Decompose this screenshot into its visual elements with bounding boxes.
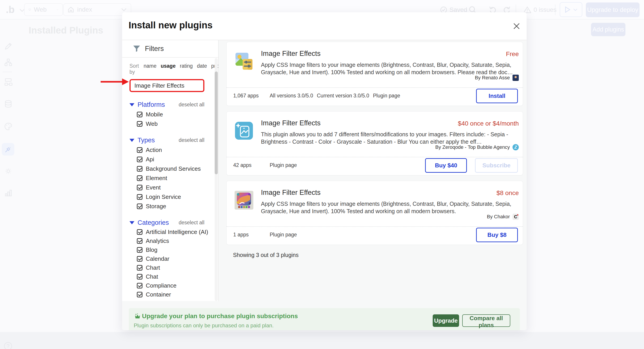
page-selector: index xyxy=(63,3,131,16)
group-header-types[interactable]: Types xyxy=(130,136,155,144)
filter-item-element[interactable]: Element xyxy=(130,175,204,181)
filter-item-artificial-intelligence[interactable]: Artificial Intelligence (AI) xyxy=(130,229,204,235)
stat-current-version: Current version 3.0/5.0 xyxy=(317,93,373,99)
annotation-arrow-icon xyxy=(100,77,129,86)
filter-item-api[interactable]: Api xyxy=(130,156,204,163)
filter-item-action[interactable]: Action xyxy=(130,147,204,153)
sort-option-date[interactable]: date xyxy=(197,63,207,69)
checkbox-checked-icon[interactable] xyxy=(137,204,142,209)
checkbox-checked-icon[interactable] xyxy=(137,229,142,235)
filters-heading: Filters xyxy=(145,45,164,53)
checkbox-checked-icon[interactable] xyxy=(137,185,142,190)
chevron-down-icon xyxy=(573,8,578,11)
checkbox-checked-icon[interactable] xyxy=(137,238,142,244)
plugin-author: By Renato Asse xyxy=(475,75,510,81)
filters-heading-row: Filters xyxy=(122,40,218,58)
search-annotation-box xyxy=(130,79,204,92)
plugin-description: Apply CSS Image filters to your image el… xyxy=(261,61,520,76)
compare-all-plans-button[interactable]: Compare all plans xyxy=(462,314,510,327)
bubble-logo: .b xyxy=(6,4,14,15)
plugin-results-panel: Image Filter Effects Free Apply CSS Imag… xyxy=(218,40,526,301)
modal-footer: Upgrade your plan to purchase plugin sub… xyxy=(122,301,526,330)
plugin-stats-row: 1,067 apps All versions 3.0/5.0 Current … xyxy=(233,93,400,99)
author-avatar xyxy=(512,75,519,81)
plugin-page-link[interactable]: Plugin page xyxy=(270,232,297,238)
stat-apps: 1 apps xyxy=(233,232,270,238)
sort-option-name[interactable]: name xyxy=(144,63,156,69)
add-plugins-button: Add plugins xyxy=(591,23,626,36)
rail-divider xyxy=(3,72,12,72)
checkbox-checked-icon[interactable] xyxy=(137,265,142,271)
checkbox-checked-icon[interactable] xyxy=(137,175,142,181)
filter-item-container[interactable]: Container xyxy=(130,291,204,298)
left-icon-rail: ? U xyxy=(0,19,15,349)
checkbox-checked-icon[interactable] xyxy=(137,292,142,297)
checkbox-checked-icon[interactable] xyxy=(137,283,142,289)
issues-indicator: 0 issues xyxy=(523,0,556,19)
plugin-icon xyxy=(4,145,12,153)
buy-button[interactable]: Buy $8 xyxy=(476,228,518,242)
funnel-icon xyxy=(133,45,140,52)
checkbox-checked-icon[interactable] xyxy=(137,256,142,262)
plugin-price: $40 once or $4/month xyxy=(458,120,519,127)
image-filter-teal-icon xyxy=(234,121,253,140)
filter-item-web[interactable]: Web xyxy=(130,120,204,127)
filter-item-analytics[interactable]: Analytics xyxy=(130,238,204,244)
plugin-author-row: By Renato Asse xyxy=(475,75,519,81)
checkbox-checked-icon[interactable] xyxy=(137,112,142,117)
upgrade-to-deploy-button: Upgrade to deploy xyxy=(586,2,640,17)
filter-group-types: Types deselect all Action Api Background… xyxy=(130,136,204,210)
plugin-stats-row: 42 apps Plugin page xyxy=(233,162,297,168)
group-header-platforms[interactable]: Platforms xyxy=(130,101,165,108)
checkbox-checked-icon[interactable] xyxy=(137,274,142,280)
collapse-triangle-icon xyxy=(130,103,134,106)
checkbox-checked-icon[interactable] xyxy=(137,147,142,153)
checkbox-checked-icon[interactable] xyxy=(137,194,142,200)
bubble-editor-screen: .b Web index Saved 0 iss xyxy=(0,0,644,349)
filter-item-blog[interactable]: Blog xyxy=(130,246,204,253)
plugin-description: Apply CSS Image filters to your image el… xyxy=(261,200,520,215)
group-header-categories[interactable]: Categories xyxy=(130,219,169,226)
database-icon xyxy=(4,100,12,108)
filter-item-event[interactable]: Event xyxy=(130,184,204,191)
filter-item-background-services[interactable]: Background Services xyxy=(130,165,204,172)
install-button[interactable]: Install xyxy=(476,89,518,103)
checkbox-checked-icon[interactable] xyxy=(137,121,142,127)
filter-item-chat[interactable]: Chat xyxy=(130,273,204,280)
home-icon xyxy=(68,6,74,13)
preview-button xyxy=(560,2,582,17)
upgrade-button[interactable]: Upgrade xyxy=(433,314,459,327)
checkbox-checked-icon[interactable] xyxy=(137,157,142,162)
filter-item-storage[interactable]: Storage xyxy=(130,203,204,210)
plugin-page-link[interactable]: Plugin page xyxy=(270,162,297,168)
checkbox-checked-icon[interactable] xyxy=(137,247,142,253)
sort-row: Sort by name usage rating date price xyxy=(130,63,204,75)
sidebar-scrollbar-thumb[interactable] xyxy=(215,71,218,174)
stat-apps: 1,067 apps xyxy=(233,93,270,99)
mode-label: Web xyxy=(34,6,47,13)
sort-option-usage[interactable]: usage xyxy=(161,63,176,69)
filter-item-calendar[interactable]: Calendar xyxy=(130,255,204,262)
close-icon[interactable] xyxy=(512,22,521,31)
buy-button[interactable]: Buy $40 xyxy=(425,158,467,173)
collapse-triangle-icon xyxy=(130,221,134,224)
card-divider xyxy=(226,87,523,88)
checkbox-checked-icon[interactable] xyxy=(137,166,142,172)
filter-item-compliance[interactable]: Compliance xyxy=(130,282,204,289)
page-label: index xyxy=(77,6,92,13)
plugin-stats-row: 1 apps Plugin page xyxy=(233,232,297,238)
plugin-title: Image Filter Effects xyxy=(261,119,320,127)
filter-item-mobile[interactable]: Mobile xyxy=(130,111,204,118)
filter-item-chart[interactable]: Chart xyxy=(130,264,204,271)
deselect-all-platforms[interactable]: deselect all xyxy=(179,102,204,108)
plugin-author-row: By Zeroqode - Top Bubble Agency Z xyxy=(435,144,519,150)
filter-item-login-service[interactable]: Login Service xyxy=(130,194,204,200)
image-filter-art-icon xyxy=(234,191,253,210)
deselect-all-categories[interactable]: deselect all xyxy=(179,220,204,226)
deselect-all-types[interactable]: deselect all xyxy=(179,137,204,143)
plugin-author: By Zeroqode - Top Bubble Agency xyxy=(435,144,510,150)
sort-option-rating[interactable]: rating xyxy=(180,63,193,69)
plugin-search-input[interactable] xyxy=(130,79,204,92)
stat-apps: 42 apps xyxy=(233,162,270,168)
plugin-page-link[interactable]: Plugin page xyxy=(373,93,400,99)
